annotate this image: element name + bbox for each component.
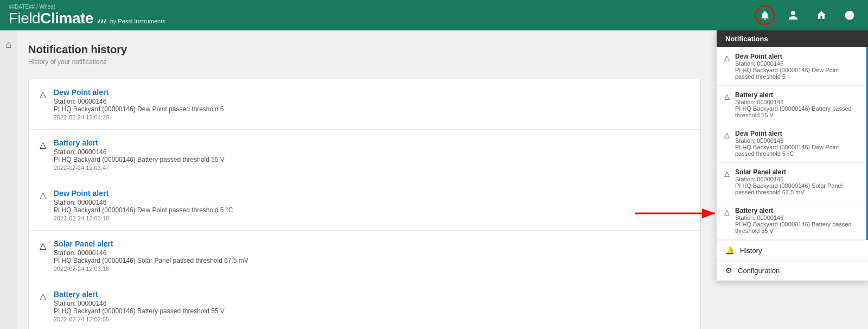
brand-subtitle: by Pessl Instruments [110, 18, 165, 24]
alert-triangle-icon: △ [40, 140, 46, 150]
footer-label: History [740, 246, 762, 255]
footer-label: Configuration [738, 267, 780, 275]
notifications-dropdown: Notifications △ Dew Point alert Station:… [716, 30, 868, 281]
notif-desc: PI HQ Backyard (00000146) Dew Point pass… [54, 105, 224, 113]
notif-desc: PI HQ Backyard (00000146) Solar Panel pa… [54, 257, 248, 264]
dropdown-notif-content: Solar Panel alert Station: 00000146 PI H… [735, 168, 859, 195]
dropdown-alert-icon: △ [724, 169, 730, 178]
notif-time: 2022-02-24 12:03:18 [54, 215, 233, 222]
dropdown-alert-icon: △ [724, 131, 730, 139]
notification-list: △ Dew Point alert Station: 00000146 PI H… [28, 79, 701, 329]
dropdown-notif-title: Battery alert [735, 91, 859, 99]
notif-content: Battery alert Station: 00000146 PI HQ Ba… [54, 138, 225, 171]
dropdown-notif-content: Dew Point alert Station: 00000146 PI HQ … [735, 53, 859, 80]
gear-footer-icon: ⚙ [725, 266, 732, 275]
notification-item: △ Solar Panel alert Station: 00000146 PI… [29, 231, 700, 281]
notif-title: Battery alert [54, 290, 225, 299]
notif-station: Station: 00000146 [54, 98, 224, 105]
dropdown-notif-content: Battery alert Station: 00000146 PI HQ Ba… [735, 207, 859, 234]
dropdown-alert-icon: △ [724, 54, 730, 62]
dropdown-notif-station: Station: 00000146 [735, 99, 859, 105]
dropdown-header: Notifications [717, 30, 868, 47]
dropdown-notif-content: Battery alert Station: 00000146 PI HQ Ba… [735, 91, 859, 118]
dropdown-notif-desc: PI HQ Backyard (00000146) Solar Panel pa… [735, 182, 859, 195]
wifi-icon [844, 10, 855, 21]
notification-item: △ Battery alert Station: 00000146 PI HQ … [29, 281, 700, 329]
alert-triangle-icon: △ [40, 190, 46, 200]
building-icon [816, 10, 827, 21]
notif-title: Battery alert [54, 138, 225, 147]
bell-icon [760, 10, 770, 21]
notif-content: Dew Point alert Station: 00000146 PI HQ … [54, 189, 233, 222]
user-icon [788, 10, 799, 21]
notif-desc: PI HQ Backyard (00000146) Battery passed… [54, 307, 225, 315]
notif-station: Station: 00000146 [54, 300, 225, 307]
arrow-svg [635, 205, 722, 222]
configuration-footer-item[interactable]: ⚙ Configuration [717, 261, 868, 281]
notif-content: Solar Panel alert Station: 00000146 PI H… [54, 239, 248, 272]
notif-time: 2022-02-24 12:02:55 [54, 316, 225, 322]
notif-content: Battery alert Station: 00000146 PI HQ Ba… [54, 290, 225, 322]
dropdown-notif-title: Solar Panel alert [735, 168, 859, 176]
dropdown-notif-content: Dew Point alert Station: 00000146 PI HQ … [735, 130, 859, 157]
sidebar: ⌂ [0, 30, 17, 329]
wifi-button[interactable] [840, 5, 859, 25]
brand-title: FieldClimate 𝓂 [9, 10, 107, 27]
dropdown-notif-desc: PI HQ Backyard (00000146) Battery passed… [735, 105, 859, 118]
notif-time: 2022-02-24 12:04:20 [54, 114, 224, 121]
dropdown-notif-item[interactable]: △ Solar Panel alert Station: 00000146 PI… [717, 163, 866, 201]
notification-item: △ Dew Point alert Station: 00000146 PI H… [29, 180, 700, 231]
bell-footer-icon: 🔔 [725, 246, 735, 255]
dropdown-notif-title: Dew Point alert [735, 130, 859, 137]
dropdown-notif-item[interactable]: △ Battery alert Station: 00000146 PI HQ … [717, 86, 866, 124]
notif-title: Dew Point alert [54, 189, 233, 198]
dropdown-notif-station: Station: 00000146 [735, 137, 859, 144]
bell-button[interactable] [755, 5, 775, 25]
dropdown-notif-station: Station: 00000146 [735, 214, 859, 221]
dropdown-notif-desc: PI HQ Backyard (00000146) Battery passed… [735, 221, 859, 234]
navbar-icons [755, 5, 859, 25]
notif-desc: PI HQ Backyard (00000146) Battery passed… [54, 156, 225, 163]
notif-title: Dew Point alert [54, 88, 224, 97]
dropdown-footer: 🔔 History ⚙ Configuration [717, 240, 868, 281]
notif-desc: PI HQ Backyard (00000146) Dew Point pass… [54, 206, 233, 214]
breadcrumb: ##DATE## / Wheat [9, 4, 165, 10]
building-button[interactable] [812, 5, 831, 25]
notif-station: Station: 00000146 [54, 199, 233, 206]
user-button[interactable] [783, 5, 803, 25]
dropdown-notif-title: Dew Point alert [735, 53, 859, 60]
dropdown-notif-item[interactable]: △ Dew Point alert Station: 00000146 PI H… [717, 47, 866, 86]
dropdown-alert-icon: △ [724, 92, 730, 100]
home-icon[interactable]: ⌂ [6, 39, 12, 50]
dropdown-alert-icon: △ [724, 208, 730, 216]
history-footer-item[interactable]: 🔔 History [717, 241, 868, 261]
dropdown-notif-item[interactable]: △ Dew Point alert Station: 00000146 PI H… [717, 124, 866, 163]
dropdown-scrollable[interactable]: △ Dew Point alert Station: 00000146 PI H… [717, 47, 868, 240]
dropdown-notif-desc: PI HQ Backyard (00000146) Dew Point pass… [735, 67, 859, 80]
dropdown-notif-item[interactable]: △ Battery alert Station: 00000146 PI HQ … [717, 201, 866, 240]
notif-station: Station: 00000146 [54, 148, 225, 156]
alert-triangle-icon: △ [40, 291, 46, 301]
dropdown-notif-station: Station: 00000146 [735, 176, 859, 182]
notif-time: 2022-02-24 12:03:16 [54, 265, 248, 272]
notif-title: Solar Panel alert [54, 239, 248, 248]
notification-item: △ Dew Point alert Station: 00000146 PI H… [29, 79, 700, 130]
dropdown-notif-title: Battery alert [735, 207, 859, 214]
navbar: ##DATE## / Wheat FieldClimate 𝓂 by Pessl… [0, 0, 868, 30]
alert-triangle-icon: △ [40, 89, 46, 99]
notif-content: Dew Point alert Station: 00000146 PI HQ … [54, 88, 224, 121]
dropdown-notif-station: Station: 00000146 [735, 60, 859, 67]
notif-station: Station: 00000146 [54, 249, 248, 257]
notification-item: △ Battery alert Station: 00000146 PI HQ … [29, 130, 700, 180]
notif-time: 2022-02-24 12:03:47 [54, 164, 225, 171]
alert-triangle-icon: △ [40, 241, 46, 251]
dropdown-notif-desc: PI HQ Backyard (00000146) Dew Point pass… [735, 144, 859, 157]
brand: ##DATE## / Wheat FieldClimate 𝓂 by Pessl… [9, 4, 165, 27]
